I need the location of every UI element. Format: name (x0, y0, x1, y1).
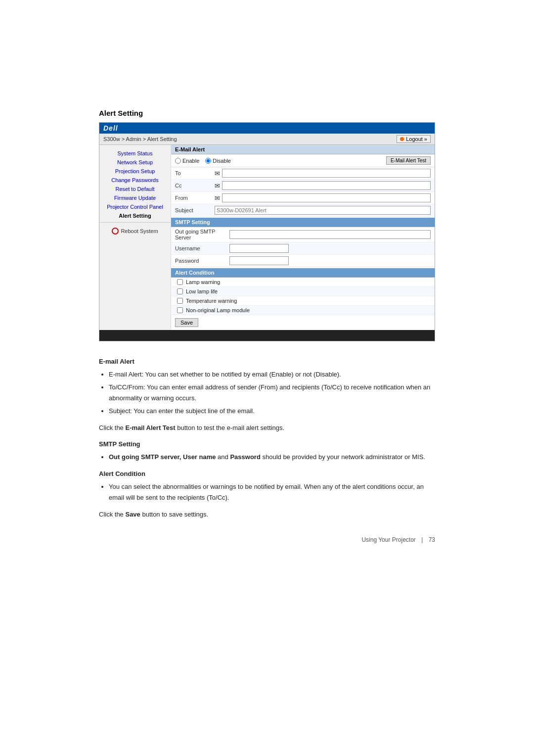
smtp-server-label: Out going SMTP Server (175, 229, 229, 240)
from-row: From ✉ (171, 192, 435, 204)
alert-condition-header: Alert Condition (171, 268, 435, 278)
logout-button[interactable]: Logout » (397, 135, 431, 143)
password-input-wrap (229, 256, 431, 265)
cc-input-wrap: ✉ (215, 181, 431, 190)
disable-radio[interactable] (205, 158, 211, 164)
cc-input[interactable] (222, 181, 431, 190)
footer-separator: | (421, 536, 423, 543)
email-alert-bullets: E-mail Alert: You can set whether to be … (109, 369, 435, 417)
dell-logo: Dell (103, 124, 118, 132)
cc-row: Cc ✉ (171, 180, 435, 192)
subject-input-wrap (215, 206, 431, 215)
to-row: To ✉ (171, 167, 435, 180)
smtp-server-input-wrap (229, 230, 431, 239)
main-content: System Status Network Setup Projection S… (99, 145, 435, 330)
breadcrumb-bar: S300w > Admin > Alert Setting Logout » (99, 134, 435, 145)
temp-warning-label: Temperature warning (186, 298, 237, 304)
subject-row: Subject (171, 204, 435, 217)
non-original-lamp-row: Non-original Lamp module (171, 306, 435, 315)
smtp-section: SMTP Setting Out going SMTP Server Usern… (171, 218, 435, 267)
content-area: Alert Setting Dell S300w > Admin > Alert… (99, 109, 435, 565)
sidebar-item-firmware-update[interactable]: Firmware Update (99, 193, 171, 202)
username-label: Username (175, 245, 229, 251)
password-row: Password (171, 255, 435, 267)
breadcrumb: S300w > Admin > Alert Setting (103, 136, 177, 142)
save-row: Save (171, 315, 435, 330)
smtp-bullet-1: Out going SMTP server, User name and Pas… (109, 452, 435, 463)
enable-disable-row: Enable Disable E-Mail Alert Test (171, 154, 435, 167)
email-alert-test-button[interactable]: E-Mail Alert Test (386, 156, 431, 165)
temp-warning-row: Temperature warning (171, 296, 435, 306)
radio-group: Enable Disable (175, 158, 231, 164)
desc-bullet-1: E-mail Alert: You can set whether to be … (109, 369, 435, 380)
smtp-desc-title: SMTP Setting (99, 439, 435, 450)
to-input[interactable] (222, 169, 431, 178)
logout-label: Logout » (406, 136, 427, 142)
to-email-icon: ✉ (215, 170, 220, 177)
page-wrapper: Alert Setting Dell S300w > Admin > Alert… (0, 0, 534, 756)
sidebar: System Status Network Setup Projection S… (99, 145, 171, 330)
description-area: E-mail Alert E-mail Alert: You can set w… (99, 356, 435, 565)
desc-bullet-2: To/CC/From: You can enter email address … (109, 382, 435, 404)
logout-dot-icon (400, 137, 404, 141)
from-input-wrap: ✉ (215, 193, 431, 202)
email-alert-test-bold: E-mail Alert Test (125, 424, 175, 431)
low-lamp-life-row: Low lamp life (171, 287, 435, 296)
footer: Using Your Projector | 73 (99, 535, 435, 565)
enable-radio[interactable] (175, 158, 181, 164)
page-title: Alert Setting (99, 109, 435, 117)
username-input-wrap (229, 244, 431, 253)
alert-cond-desc-title: Alert Condition (99, 469, 435, 479)
sidebar-item-system-status[interactable]: System Status (99, 149, 171, 158)
smtp-server-input[interactable] (229, 230, 431, 239)
non-original-lamp-checkbox[interactable] (177, 307, 183, 313)
password-bold: Password (230, 453, 260, 461)
reboot-icon (112, 228, 119, 235)
alert-cond-bullet-1: You can select the abnormalities or warn… (109, 481, 435, 503)
smtp-bold: Out going SMTP server, User name (109, 453, 216, 461)
sidebar-item-projector-control-panel[interactable]: Projector Control Panel (99, 202, 171, 211)
email-alert-header: E-Mail Alert (171, 145, 435, 154)
browser-header: Dell (99, 123, 435, 134)
save-bold: Save (125, 511, 140, 518)
from-input[interactable] (222, 193, 431, 202)
low-lamp-life-label: Low lamp life (186, 288, 218, 294)
sidebar-item-reset-to-default[interactable]: Reset to Default (99, 185, 171, 193)
to-input-wrap: ✉ (215, 169, 431, 178)
lamp-warning-checkbox[interactable] (177, 279, 183, 285)
non-original-lamp-label: Non-original Lamp module (186, 307, 250, 313)
enable-label: Enable (182, 158, 199, 164)
click-save-paragraph: Click the Save button to save settings. (99, 509, 435, 520)
save-button[interactable]: Save (175, 318, 198, 327)
sidebar-reboot: Reboot System (99, 225, 171, 239)
username-input[interactable] (229, 244, 289, 253)
desc-bullet-3: Subject: You can enter the subject line … (109, 406, 435, 417)
footer-text: Using Your Projector (361, 536, 415, 543)
to-label: To (175, 170, 215, 176)
subject-input[interactable] (215, 206, 431, 215)
sidebar-item-change-passwords[interactable]: Change Passwords (99, 176, 171, 185)
password-input[interactable] (229, 256, 289, 265)
smtp-server-row: Out going SMTP Server (171, 227, 435, 242)
lamp-warning-row: Lamp warning (171, 278, 435, 287)
cc-label: Cc (175, 183, 215, 189)
temp-warning-checkbox[interactable] (177, 298, 183, 304)
smtp-header: SMTP Setting (171, 218, 435, 227)
cc-email-icon: ✉ (215, 182, 220, 189)
browser-frame: Dell S300w > Admin > Alert Setting Logou… (99, 122, 435, 341)
alert-condition-section: Alert Condition Lamp warning Low lamp li… (171, 268, 435, 330)
enable-radio-label[interactable]: Enable (175, 158, 199, 164)
sidebar-item-network-setup[interactable]: Network Setup (99, 158, 171, 167)
from-label: From (175, 195, 215, 201)
footer-page-number: 73 (429, 536, 435, 543)
disable-radio-label[interactable]: Disable (205, 158, 231, 164)
low-lamp-life-checkbox[interactable] (177, 288, 183, 294)
alert-cond-bullets: You can select the abnormalities or warn… (109, 481, 435, 503)
sidebar-item-projection-setup[interactable]: Projection Setup (99, 167, 171, 176)
from-email-icon: ✉ (215, 194, 220, 202)
reboot-button[interactable]: Reboot System (112, 228, 158, 235)
sidebar-divider (99, 222, 171, 223)
sidebar-item-alert-setting[interactable]: Alert Setting (99, 211, 171, 220)
email-alert-desc-title: E-mail Alert (99, 356, 435, 367)
right-panel: E-Mail Alert Enable Disable (171, 145, 435, 330)
